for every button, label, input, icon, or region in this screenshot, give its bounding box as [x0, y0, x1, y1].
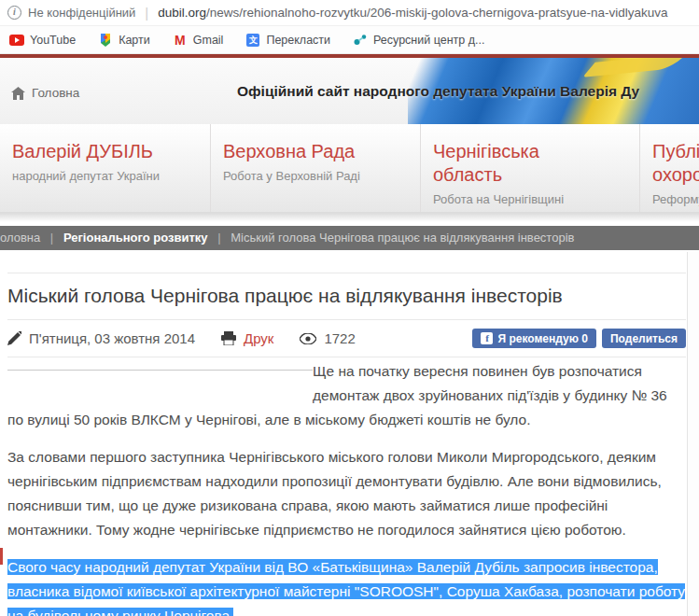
divider: [7, 357, 686, 357]
views-eye-icon: [300, 333, 316, 344]
print-link[interactable]: Друк: [244, 330, 273, 346]
nav-item-title: Валерій ДУБІЛЬ: [12, 140, 210, 163]
scrollbar-gutter[interactable]: [687, 252, 699, 616]
article-date: П'ятниця, 03 жовтня 2014: [29, 330, 195, 346]
nav-item-title: Чернігівська область: [433, 140, 573, 187]
paragraph: За словами першого заступника Чернігівсь…: [7, 445, 686, 542]
breadcrumb-separator: |: [217, 231, 220, 245]
maps-icon: [98, 33, 113, 48]
nav-item-public-health[interactable]: Публіч охорон Реформу: [639, 124, 699, 212]
main-navigation: Валерій ДУБІЛЬ народний депутат України …: [0, 124, 699, 213]
bookmark-resource-center[interactable]: Ресурсний центр д...: [353, 33, 484, 48]
bookmark-label: Перекласти: [266, 34, 330, 47]
bookmark-label: Gmail: [193, 34, 224, 47]
facebook-buttons: f Я рекомендую 0 Поделиться: [472, 329, 686, 348]
article-meta-row: П'ятниця, 03 жовтня 2014 Друк 1722 f Я р…: [7, 320, 686, 357]
breadcrumb: оловна | Регіонального розвитку | Міськи…: [0, 226, 699, 250]
pencil-icon: [7, 331, 21, 345]
bookmark-maps[interactable]: Карти: [98, 33, 150, 48]
article-title: Міський голова Чернігова працює на відля…: [7, 273, 686, 319]
paragraph: Ще на початку вересня повинен був розпоч…: [7, 359, 686, 432]
facebook-share-button[interactable]: Поделиться: [602, 329, 686, 348]
bookmark-label: Ресурсний центр д...: [373, 34, 484, 47]
breadcrumb-home[interactable]: оловна: [0, 231, 40, 245]
facebook-icon: f: [481, 332, 493, 344]
title-accent-mark: [0, 548, 3, 565]
nav-item-title: Верховна Рада: [223, 140, 420, 163]
bookmark-youtube[interactable]: YouTube: [9, 33, 76, 48]
article-body: Ще на початку вересня повинен був розпоч…: [7, 359, 686, 616]
home-link[interactable]: Головна: [11, 86, 79, 100]
facebook-share-label: Поделиться: [610, 332, 678, 345]
security-label: Не конфіденційний: [28, 6, 135, 20]
nav-item-subtitle: Робота у Верховній Раді: [223, 169, 420, 183]
home-icon: [11, 87, 25, 100]
views-count: 1722: [324, 330, 355, 346]
site-title: Офіційний сайт народного депутата Україн…: [237, 83, 639, 100]
bookmark-translate[interactable]: 文 Перекласти: [245, 33, 330, 48]
nav-item-verkhovna-rada[interactable]: Верховна Рада Робота у Верховній Раді: [210, 124, 420, 212]
nav-item-subtitle: Реформу: [652, 192, 699, 206]
bookmark-gmail[interactable]: M Gmail: [173, 33, 224, 48]
paragraph-text: За словами першого заступника Чернігівсь…: [7, 449, 662, 538]
breadcrumb-separator: |: [50, 231, 53, 245]
nav-item-title: Публіч охорон: [652, 140, 699, 187]
breadcrumb-section[interactable]: Регіонального розвитку: [63, 231, 208, 245]
site-info-icon[interactable]: i: [7, 6, 21, 20]
nav-shadow: [0, 213, 699, 222]
resource-center-icon: [353, 33, 368, 48]
nav-item-subtitle: Робота на Чернігівщині: [433, 192, 639, 206]
translate-icon: 文: [245, 33, 260, 48]
site-header: Головна Офіційний сайт народного депутат…: [0, 58, 699, 124]
missing-image-placeholder: [7, 370, 313, 394]
youtube-icon: [9, 33, 24, 48]
paragraph-selected: Свого часу народний депутат України від …: [7, 555, 686, 616]
selected-text: Свого часу народний депутат України від …: [7, 559, 685, 616]
home-link-label: Головна: [32, 86, 79, 100]
bookmarks-bar: YouTube Карти M Gmail 文 Перекласти Ресур…: [0, 26, 699, 54]
address-separator: |: [145, 5, 148, 21]
url-path[interactable]: /news/rehionalnoho-rozvytku/206-miskij-g…: [206, 6, 667, 20]
printer-icon[interactable]: [221, 331, 236, 345]
gmail-icon: M: [173, 33, 188, 48]
breadcrumb-current: Міський голова Чернігова працює на відля…: [231, 231, 574, 245]
url-host[interactable]: dubil.org: [158, 6, 206, 20]
browser-address-bar[interactable]: i Не конфіденційний | dubil.org /news/re…: [0, 0, 699, 26]
article-content: Міський голова Чернігова працює на відля…: [0, 273, 699, 616]
facebook-like-button[interactable]: f Я рекомендую 0: [472, 329, 595, 348]
bookmark-label: Карти: [119, 34, 150, 47]
bookmark-label: YouTube: [30, 34, 76, 47]
nav-item-deputy[interactable]: Валерій ДУБІЛЬ народний депутат України: [0, 124, 210, 212]
nav-item-chernihiv-region[interactable]: Чернігівська область Робота на Чернігівщ…: [420, 124, 639, 212]
nav-item-subtitle: народний депутат України: [12, 169, 210, 183]
facebook-like-label: Я рекомендую 0: [497, 332, 587, 345]
